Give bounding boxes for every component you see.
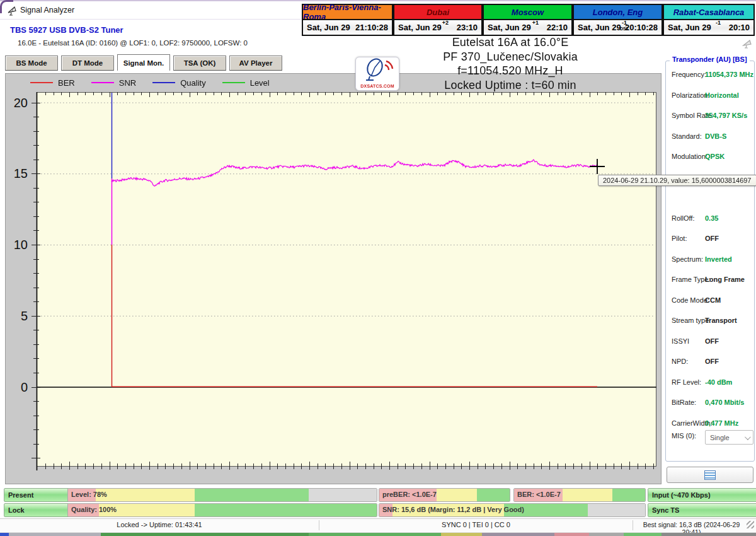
legend-item-level: Level xyxy=(222,78,270,88)
field-label: MIS (0): xyxy=(672,432,696,440)
signal-chart-canvas[interactable] xyxy=(30,88,656,470)
background-window-fragment xyxy=(309,533,441,536)
field-label: Frequency: xyxy=(672,71,706,78)
resize-grip[interactable] xyxy=(747,521,754,528)
tab-av-player[interactable]: AV Player xyxy=(229,55,282,71)
clock-utc-offset: +2 xyxy=(442,20,449,26)
clock-time-berlin-paris-vienna-roma: Sat, Jun 2921:10:28 xyxy=(302,19,393,36)
transponder-row-mis: MIS (0):Single xyxy=(666,430,754,444)
satellite-dish-icon xyxy=(741,38,753,52)
bar-segment xyxy=(309,489,377,501)
y-axis-tick-label: 0 xyxy=(8,380,28,395)
chevron-down-icon xyxy=(745,434,751,440)
satellite-dish-logo-icon xyxy=(358,57,396,81)
background-window-fragment xyxy=(441,533,482,536)
background-window-fragment xyxy=(9,533,101,536)
bar-segment xyxy=(195,504,377,516)
clock-time-value: 21:10:28 xyxy=(355,23,388,32)
clock-city-dubai: Dubai xyxy=(393,4,483,19)
background-window-fragment xyxy=(589,533,624,536)
report-button[interactable] xyxy=(667,467,753,483)
field-value: OFF xyxy=(705,235,719,242)
clock-city-moscow: Moscow xyxy=(483,4,573,19)
clock-city-berlin-paris-vienna-roma: Berlin-Paris-Vienna-Roma xyxy=(302,4,393,19)
chart-legend: BERSNRQualityLevel xyxy=(30,76,270,90)
status-bar: Locked -> Uptime: 01:43:41 SYNC 0 | TEI … xyxy=(0,518,756,533)
mis-dropdown[interactable]: Single xyxy=(705,430,753,445)
clock-date: Sat, Jun 29 xyxy=(307,23,350,32)
transponder-row-spectrum: Spectrum:Inverted xyxy=(666,253,754,267)
legend-label: Level xyxy=(250,78,270,88)
field-value: 11054,373 MHz xyxy=(705,71,753,78)
y-axis-tick-label: 5 xyxy=(8,309,28,323)
clock-utc-offset: -1DST xyxy=(620,20,629,32)
indicator-button-input: Input (~470 Kbps) xyxy=(648,488,756,502)
clock-dst-label: DST xyxy=(620,26,629,32)
legend-label: BER xyxy=(58,78,75,88)
field-label: Code Mode: xyxy=(672,296,709,304)
clock-time-moscow: Sat, Jun 29+122:10 xyxy=(483,19,573,36)
clock-city-rabat-casablanca: Rabat-Casablanca xyxy=(663,4,755,19)
legend-line-swatch xyxy=(91,82,114,83)
tab-signal-mon-[interactable]: Signal Mon. xyxy=(117,54,170,71)
tab-tsa-ok-[interactable]: TSA (OK) xyxy=(173,55,226,71)
clock-date: Sat, Jun 29 xyxy=(578,23,621,32)
bar-segment xyxy=(588,504,645,516)
field-value: OFF xyxy=(705,358,719,365)
signal-analyzer-window: Signal Analyzer Berlin-Paris-Vienna-Roma… xyxy=(0,0,756,536)
overlay-satellite: Eutelsat 16A at 16.0°E xyxy=(384,35,636,50)
chart-value-tooltip: 2024-06-29 21.10.29, value: 15,600000381… xyxy=(598,175,756,186)
y-axis-tick-label: 10 xyxy=(8,238,28,252)
transponder-row-frequency: Frequency:11054,373 MHz xyxy=(666,69,754,83)
y-axis-tick-label: 20 xyxy=(8,96,28,110)
progress-bar-level: Level: 78% xyxy=(67,488,377,502)
field-value: -40 dBm xyxy=(705,378,732,386)
legend-item-snr: SNR xyxy=(91,78,136,88)
field-label: NPD: xyxy=(672,358,688,365)
tab-bs-mode[interactable]: BS Mode xyxy=(5,55,58,71)
transponder-row-carrierwidth: CarrierWidth:0,477 MHz xyxy=(666,417,754,431)
field-value: 0,477 MHz xyxy=(705,419,738,427)
field-value: Transport xyxy=(705,317,737,324)
dxsatcs-logo: DXSATCS.COM xyxy=(355,57,399,91)
clock-time-value: 20:10:28 xyxy=(625,23,658,32)
legend-line-swatch xyxy=(152,82,175,83)
status-uptime: Locked -> Uptime: 01:43:41 xyxy=(0,521,319,528)
clock-date: Sat, Jun 29 xyxy=(488,23,531,32)
transponder-row-rolloff: RollOff:0.35 xyxy=(666,213,754,226)
transponder-row-bitrate: BitRate:0,470 Mbit/s xyxy=(666,397,754,411)
progress-bar-preber: preBER: <1.0E-7 xyxy=(379,488,510,502)
bar-segment xyxy=(96,489,195,501)
background-window-fragment xyxy=(101,533,309,536)
clock-city-london-eng: London, Eng xyxy=(573,4,663,19)
field-label: Standard: xyxy=(672,132,702,140)
clock-time-value: 23:10 xyxy=(457,23,478,32)
background-window-strip xyxy=(0,533,756,536)
window-title: Signal Analyzer xyxy=(20,6,74,15)
indicator-button-lock: Lock xyxy=(4,503,70,517)
legend-item-quality: Quality xyxy=(152,78,205,88)
bar-segment xyxy=(612,489,645,501)
transponder-row-pilot: Pilot:OFF xyxy=(666,233,754,247)
clock-date: Sat, Jun 29 xyxy=(668,23,711,32)
y-axis-tick-label: 15 xyxy=(8,166,28,181)
clock-time-dubai: Sat, Jun 29+223:10 xyxy=(393,19,483,36)
bar-segment xyxy=(437,489,477,501)
clock-time-value: 22:10 xyxy=(547,23,568,32)
background-window-fragment xyxy=(662,533,756,536)
window-corner-border xyxy=(0,0,13,13)
background-window-fragment xyxy=(482,533,554,536)
clock-date: Sat, Jun 29 xyxy=(398,23,442,32)
transponder-panel: Transponder (AU) [BS] Frequency:11054,37… xyxy=(665,61,755,462)
field-value: QPSK xyxy=(705,153,724,160)
field-value: Horizontal xyxy=(705,91,739,99)
indicator-button-present: Present xyxy=(4,488,70,502)
background-window-fragment xyxy=(0,533,9,536)
clock-utc-offset: +1 xyxy=(532,20,539,26)
field-label: Pilot: xyxy=(672,235,687,242)
status-sync-counters: SYNC 0 | TEI 0 | CC 0 xyxy=(319,521,633,528)
tab-dt-mode[interactable]: DT Mode xyxy=(61,55,114,71)
clock-time-value: 20:10 xyxy=(729,23,750,32)
field-value: 0,470 Mbit/s xyxy=(705,399,744,406)
background-window-fragment xyxy=(554,533,589,536)
